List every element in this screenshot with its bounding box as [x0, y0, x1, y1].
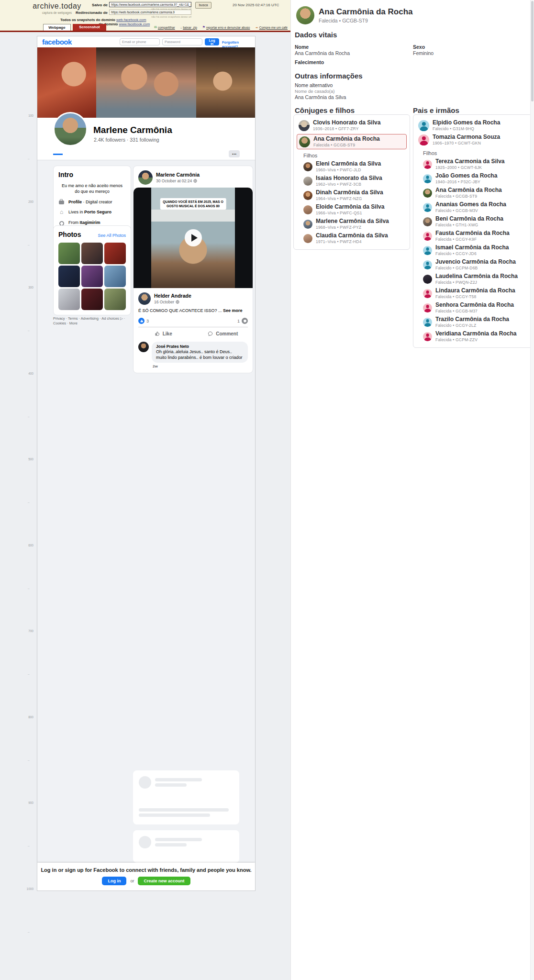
login-button[interactable]: Log in: [205, 38, 219, 45]
person-row[interactable]: Senhora Carmônia da RochaFalecida • GCGB…: [416, 301, 529, 315]
photo-thumbnail[interactable]: [104, 266, 126, 287]
archive-link-label: reportar erro e denunciar abuso: [206, 26, 250, 29]
comment-count[interactable]: 1: [237, 319, 240, 323]
person-row[interactable]: Veridiana Carmônia da RochaFalecida • GC…: [416, 329, 529, 344]
play-button[interactable]: [185, 229, 202, 246]
person-row[interactable]: Ananias Gomes da RochaFalecido • GCGB-M3…: [416, 200, 529, 214]
person-row[interactable]: Dinah Carmônia da Silva1964–Viva • PWFZ-…: [297, 188, 407, 202]
post-timestamp[interactable]: 30 October at 02:24: [156, 178, 192, 183]
photo-thumbnail[interactable]: [58, 266, 80, 287]
photo-thumbnail[interactable]: [58, 289, 80, 310]
facebook-logo[interactable]: facebook: [42, 38, 72, 46]
person-row[interactable]: Fausta Carmônia da RochaFalecida • GCGY-…: [416, 229, 529, 243]
person-row[interactable]: Laudelina Carmônia da RochaFalecida • PW…: [416, 272, 529, 286]
reaction-count[interactable]: 3: [146, 319, 149, 323]
photo-thumbnail[interactable]: [104, 289, 126, 310]
domain-link-web[interactable]: web.facebook.com: [116, 18, 146, 22]
post-caption: É SÓ COMIGO QUE ACONTECE ISSO? ... See m…: [134, 308, 253, 316]
search-button[interactable]: busca: [195, 2, 211, 9]
person-row-avatar: [303, 162, 312, 171]
ruler-tick: –: [28, 844, 33, 847]
photo-thumbnail[interactable]: [104, 243, 126, 264]
archive-link-icon: ☕: [255, 25, 258, 29]
photo-thumbnail[interactable]: [81, 243, 103, 264]
sex-value: Feminino: [413, 50, 434, 56]
spouses-children-card: Clovis Honorato da Silva1936–2018 • GFF7…: [293, 114, 410, 250]
photo-thumbnail[interactable]: [81, 289, 103, 310]
see-all-photos-link[interactable]: See All Photos: [98, 233, 126, 238]
person-row[interactable]: Claudia Carmônia da Silva1971–Viva • PWF…: [297, 231, 407, 245]
profile-tab[interactable]: [76, 149, 86, 155]
person-row-avatar: [423, 189, 432, 198]
post-video[interactable]: QUANDO VOCÊ ESTÁ EM 2025, MAS O GOSTO MU…: [134, 188, 253, 288]
person-row[interactable]: Juvencio Carmônia da RochaFalecido • GCP…: [416, 257, 529, 272]
email-field[interactable]: [120, 38, 160, 45]
tab-screenshot[interactable]: Screenshot: [73, 24, 106, 31]
attribution-avatar[interactable]: [138, 292, 151, 305]
person-avatar[interactable]: [296, 6, 314, 24]
person-row[interactable]: Elpidio Gomes da RochaFalecido • G31M-9H…: [416, 118, 529, 133]
see-more-link[interactable]: See more: [223, 308, 243, 313]
globe-icon: [176, 300, 179, 304]
person-name: Ana Carmônia da Rocha: [319, 7, 413, 17]
person-row[interactable]: Ismael Carmônia da RochaFalecido • GCGY-…: [416, 243, 529, 257]
profile-tab[interactable]: [53, 149, 63, 155]
person-row[interactable]: Ana Carmônia da RochaFalecida • GCGB-ST9: [297, 134, 407, 149]
domain-label-1: do domínio: [96, 18, 115, 22]
person-row[interactable]: Tomazia Carmona Souza1906–1970 • GCWT-GK…: [416, 133, 529, 147]
person-row[interactable]: Trazilo Carmônia da RochaFalecido • GCGY…: [416, 315, 529, 329]
person-row-avatar: [299, 120, 310, 131]
post-author-avatar[interactable]: [138, 170, 153, 185]
person-row[interactable]: Clovis Honorato da Silva1936–2018 • GFF7…: [297, 118, 407, 133]
attribution-timestamp[interactable]: 16 October: [154, 300, 174, 304]
facebook-footer-links[interactable]: Privacy · Terms · Advertising · Ad choic…: [53, 316, 134, 326]
scrollbar[interactable]: [530, 0, 534, 980]
attribution-name[interactable]: Helder Andrade: [154, 293, 191, 299]
or-label: or: [130, 879, 134, 883]
like-button[interactable]: Like: [134, 327, 193, 340]
ruler-number: 200: [19, 200, 33, 203]
profile-tab[interactable]: [65, 149, 74, 155]
person-row[interactable]: João Gomes da Rocha1940–2016 • P32C-JBY: [416, 171, 529, 186]
archive-link[interactable]: ⚑ reportar erro e denunciar abuso: [202, 25, 250, 29]
domain-link-www[interactable]: www.facebook.com: [119, 22, 150, 26]
banner-login-button[interactable]: Log in: [102, 877, 126, 885]
redirected-url-input[interactable]: https://web.facebook.com/marlene.carmoni…: [109, 10, 191, 15]
children-label: Filhos: [303, 153, 407, 158]
comment-button[interactable]: Comment: [193, 327, 253, 340]
person-row[interactable]: Beni Carmônia da RochaFalecida • GTH1-XW…: [416, 214, 529, 229]
person-row[interactable]: Eloide Carmônia da Silva1966–Viva • PWFC…: [297, 202, 407, 217]
archive-link[interactable]: ☕ Compre-me um café: [255, 25, 288, 29]
commenter-avatar[interactable]: [138, 342, 149, 352]
person-row-avatar: [423, 203, 432, 212]
person-row[interactable]: Isaias Honorato da Silva1962–Vivo • PWFZ…: [297, 174, 407, 188]
photo-thumbnail[interactable]: [81, 266, 103, 287]
profile-avatar[interactable]: [53, 112, 88, 146]
profile-stats[interactable]: 2.4K followers · 331 following: [94, 137, 159, 143]
scrollbar-thumb[interactable]: [531, 1, 534, 101]
like-reaction-icon[interactable]: [138, 318, 145, 324]
person-row[interactable]: Ana Carmônia da RochaFalecida • GCGB-ST9: [416, 186, 529, 200]
post-author-name[interactable]: Marlene Carmônia: [156, 172, 200, 178]
archive-link[interactable]: ↓ baixar .zip: [180, 25, 197, 29]
commenter-name[interactable]: José Prates Neto: [156, 344, 244, 349]
more-options-button[interactable]: …: [229, 150, 240, 157]
capture-timestamp: 20 Nov 2025 02:47:16 UTC: [233, 3, 279, 7]
cover-photo[interactable]: [37, 47, 255, 118]
comment-time[interactable]: 2w: [153, 364, 253, 368]
archive-link[interactable]: ✉ compartilhar: [154, 25, 175, 29]
create-account-button[interactable]: Create new account: [138, 877, 190, 885]
password-field[interactable]: [162, 38, 202, 45]
loading-skeleton-card: [133, 770, 239, 824]
skeleton-avatar: [139, 836, 151, 848]
profile-bio: Eu me amo e não aceito menos do que eu m…: [60, 183, 124, 194]
photo-thumbnail[interactable]: [58, 243, 80, 264]
person-row[interactable]: Lindaura Carmônia da RochaFalecida • GCG…: [416, 286, 529, 301]
tab-webpage[interactable]: Webpage: [43, 24, 71, 31]
spouse-couple-list: Clovis Honorato da Silva1936–2018 • GFF7…: [297, 118, 407, 149]
person-row[interactable]: Tereza Carmonia da Silva1925–2000 • GCWT…: [416, 157, 529, 171]
saved-url-input[interactable]: https://www.facebook.com/marlene.carmoni…: [109, 2, 191, 7]
person-row[interactable]: Marlene Carmônia da Silva1968–Viva • PWF…: [297, 217, 407, 231]
profile-tab[interactable]: [88, 149, 97, 155]
person-row[interactable]: Eleni Carmônia da Silva1960–Viva • PWFC-…: [297, 159, 407, 174]
